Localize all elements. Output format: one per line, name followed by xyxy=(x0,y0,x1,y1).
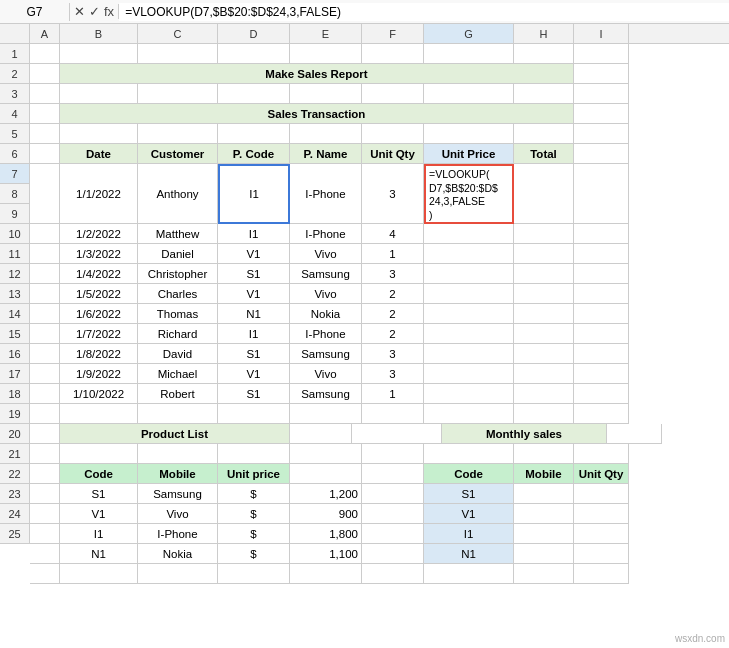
row-15[interactable]: 15 xyxy=(0,324,30,344)
cell-d24-dollar[interactable]: $ xyxy=(218,544,290,564)
cell-e23-price[interactable]: 1,800 xyxy=(290,524,362,544)
cell-h16[interactable] xyxy=(514,384,574,404)
cell-h8[interactable] xyxy=(514,224,574,244)
cell-a22[interactable] xyxy=(30,504,60,524)
cell-f24[interactable] xyxy=(362,544,424,564)
cell-b7[interactable]: 1/1/2022 xyxy=(60,164,138,224)
cell-c16[interactable]: Robert xyxy=(138,384,218,404)
row-5[interactable]: 5 xyxy=(0,124,30,144)
cell-a18[interactable] xyxy=(30,424,60,444)
cell-b24[interactable]: N1 xyxy=(60,544,138,564)
col-header-h[interactable]: H xyxy=(514,24,574,43)
cell-b6-date[interactable]: Date xyxy=(60,144,138,164)
cell-g1[interactable] xyxy=(424,44,514,64)
cell-h1[interactable] xyxy=(514,44,574,64)
cell-c24[interactable]: Nokia xyxy=(138,544,218,564)
cell-a9[interactable] xyxy=(30,244,60,264)
cell-b3[interactable] xyxy=(60,84,138,104)
cell-b11[interactable]: 1/5/2022 xyxy=(60,284,138,304)
cell-f8[interactable]: 4 xyxy=(362,224,424,244)
cell-f22[interactable] xyxy=(362,504,424,524)
row-13[interactable]: 13 xyxy=(0,284,30,304)
cell-b21[interactable]: S1 xyxy=(60,484,138,504)
row-22[interactable]: 22 xyxy=(0,464,30,484)
cell-e14[interactable]: Samsung xyxy=(290,344,362,364)
cell-f20[interactable] xyxy=(362,464,424,484)
col-header-f[interactable]: F xyxy=(362,24,424,43)
cell-h13[interactable] xyxy=(514,324,574,344)
cell-d22-dollar[interactable]: $ xyxy=(218,504,290,524)
cell-g17[interactable] xyxy=(424,404,514,424)
cell-f1[interactable] xyxy=(362,44,424,64)
cell-g23[interactable]: I1 xyxy=(424,524,514,544)
cell-g13[interactable] xyxy=(424,324,514,344)
cell-i11[interactable] xyxy=(574,284,629,304)
cell-i20-unitqty-m[interactable]: Unit Qty xyxy=(574,464,629,484)
cell-a8[interactable] xyxy=(30,224,60,244)
cell-a14[interactable] xyxy=(30,344,60,364)
cell-e10[interactable]: Samsung xyxy=(290,264,362,284)
cell-f6-unitqty[interactable]: Unit Qty xyxy=(362,144,424,164)
cell-h21[interactable] xyxy=(514,484,574,504)
cell-h14[interactable] xyxy=(514,344,574,364)
cell-f25[interactable] xyxy=(362,564,424,584)
cell-d19[interactable] xyxy=(218,444,290,464)
row-20[interactable]: 20 xyxy=(0,424,30,444)
row-3[interactable]: 3 xyxy=(0,84,30,104)
cell-c3[interactable] xyxy=(138,84,218,104)
cell-c1[interactable] xyxy=(138,44,218,64)
cell-d7[interactable]: I1 xyxy=(218,164,290,224)
cell-b13[interactable]: 1/7/2022 xyxy=(60,324,138,344)
cell-i19[interactable] xyxy=(574,444,629,464)
cell-e5[interactable] xyxy=(290,124,362,144)
cell-d10[interactable]: S1 xyxy=(218,264,290,284)
cell-d21-dollar[interactable]: $ xyxy=(218,484,290,504)
cell-c20-mobile[interactable]: Mobile xyxy=(138,464,218,484)
cell-f23[interactable] xyxy=(362,524,424,544)
cell-d13[interactable]: I1 xyxy=(218,324,290,344)
row-1[interactable]: 1 xyxy=(0,44,30,64)
cell-c22[interactable]: Vivo xyxy=(138,504,218,524)
cell-f11[interactable]: 2 xyxy=(362,284,424,304)
cell-g18[interactable] xyxy=(352,424,442,444)
row-21[interactable]: 21 xyxy=(0,444,30,464)
col-header-e[interactable]: E xyxy=(290,24,362,43)
cell-i18[interactable] xyxy=(607,424,662,444)
confirm-icon[interactable]: ✓ xyxy=(89,4,100,19)
cell-g22[interactable]: V1 xyxy=(424,504,514,524)
cell-i14[interactable] xyxy=(574,344,629,364)
cell-f5[interactable] xyxy=(362,124,424,144)
cell-e3[interactable] xyxy=(290,84,362,104)
cell-g9[interactable] xyxy=(424,244,514,264)
row-8[interactable]: 8 xyxy=(0,184,30,204)
cell-f7[interactable]: 3 xyxy=(362,164,424,224)
cell-a21[interactable] xyxy=(30,484,60,504)
cell-i23[interactable] xyxy=(574,524,629,544)
cell-d15[interactable]: V1 xyxy=(218,364,290,384)
cell-e19[interactable] xyxy=(290,444,362,464)
cell-h25[interactable] xyxy=(514,564,574,584)
cell-d8[interactable]: I1 xyxy=(218,224,290,244)
cell-e9[interactable]: Vivo xyxy=(290,244,362,264)
cell-d5[interactable] xyxy=(218,124,290,144)
cell-c23[interactable]: I-Phone xyxy=(138,524,218,544)
cell-e8[interactable]: I-Phone xyxy=(290,224,362,244)
cell-a12[interactable] xyxy=(30,304,60,324)
cell-title-make-sales[interactable]: Make Sales Report xyxy=(60,64,574,84)
cell-h17[interactable] xyxy=(514,404,574,424)
cell-f12[interactable]: 2 xyxy=(362,304,424,324)
cell-c13[interactable]: Richard xyxy=(138,324,218,344)
cell-b15[interactable]: 1/9/2022 xyxy=(60,364,138,384)
cell-a16[interactable] xyxy=(30,384,60,404)
cell-d17[interactable] xyxy=(218,404,290,424)
row-6[interactable]: 6 xyxy=(0,144,30,164)
cell-i2[interactable] xyxy=(574,64,629,84)
row-2[interactable]: 2 xyxy=(0,64,30,84)
cell-c11[interactable]: Charles xyxy=(138,284,218,304)
cell-e7[interactable]: I-Phone xyxy=(290,164,362,224)
row-17[interactable]: 17 xyxy=(0,364,30,384)
cell-e24-price[interactable]: 1,100 xyxy=(290,544,362,564)
cell-i6[interactable] xyxy=(574,144,629,164)
cell-g5[interactable] xyxy=(424,124,514,144)
cell-h22[interactable] xyxy=(514,504,574,524)
